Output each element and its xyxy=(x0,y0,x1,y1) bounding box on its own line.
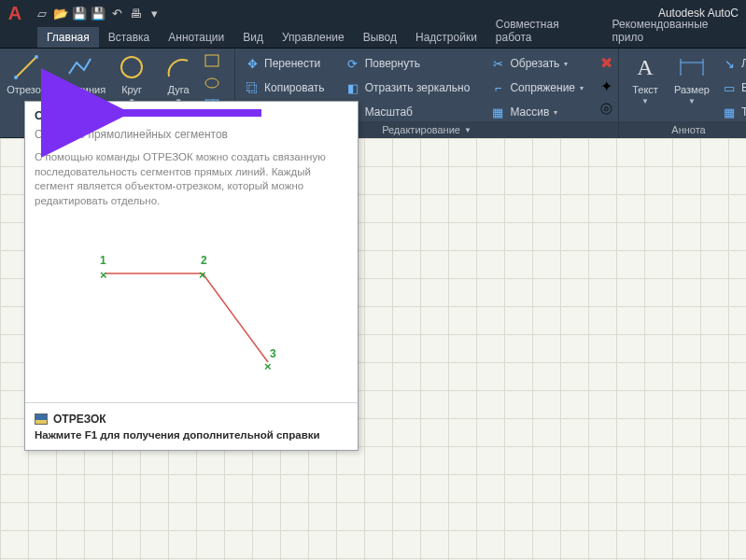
offset-icon[interactable]: ⦾ xyxy=(600,101,612,118)
erase-icon[interactable]: ✖ xyxy=(600,54,612,72)
svg-text:×: × xyxy=(264,359,272,373)
leader-icon: ↘ xyxy=(722,56,737,71)
panel-annotation: A Текст ▼ Размер ▼ ↘Ли ▭Вы ▦Таб Аннота xyxy=(619,49,746,137)
pt2-label: 2 xyxy=(201,254,207,267)
array-button[interactable]: ▦Массив ▾ xyxy=(486,103,587,121)
chevron-down-icon: ▼ xyxy=(688,97,696,105)
line-annot-button[interactable]: ↘Ли xyxy=(718,54,746,73)
tooltip-command: ОТРЕЗОК xyxy=(35,413,348,426)
trim-button[interactable]: ✂Обрезать ▾ xyxy=(486,54,587,73)
mirror-button[interactable]: ◧Отразить зеркально xyxy=(342,78,474,97)
svg-text:×: × xyxy=(199,268,206,282)
circle-label: Круг xyxy=(121,84,142,95)
svg-line-13 xyxy=(203,273,268,362)
copy-button[interactable]: ⿻Копировать xyxy=(241,78,329,97)
svg-point-3 xyxy=(121,57,142,77)
copy-label: Копировать xyxy=(264,81,325,94)
move-button[interactable]: ✥Перенести xyxy=(241,54,329,73)
array-label: Массив xyxy=(510,105,549,119)
tab-output[interactable]: Вывод xyxy=(354,27,406,48)
arc-button[interactable]: Дуга ▼ xyxy=(158,52,199,105)
plot-icon[interactable]: 🖶 xyxy=(127,5,144,21)
polyline-label: Полилиния xyxy=(52,84,106,95)
tooltip-line: Отрезок Создание прямолинейных сегментов… xyxy=(24,101,359,451)
circle-icon xyxy=(117,52,147,82)
pt3-label: 3 xyxy=(270,347,276,360)
tab-home[interactable]: Главная xyxy=(37,27,99,48)
dimension-label: Размер xyxy=(674,84,710,95)
circle-button[interactable]: Круг ▼ xyxy=(111,52,152,105)
scale-label: Масштаб xyxy=(365,105,413,119)
table-button[interactable]: ▦Таб xyxy=(718,103,746,121)
ellipse-icon[interactable] xyxy=(204,77,219,93)
tab-insert[interactable]: Вставка xyxy=(99,27,160,48)
undo-icon[interactable]: ↶ xyxy=(108,5,125,21)
rect-icon[interactable] xyxy=(204,54,219,71)
array-icon: ▦ xyxy=(490,105,505,119)
panel-annot-footer[interactable]: Аннота xyxy=(619,121,746,138)
chevron-down-icon: ▾ xyxy=(580,84,584,92)
tab-annotate[interactable]: Аннотации xyxy=(159,27,233,48)
text-icon: A xyxy=(630,52,660,82)
line-label: Отрезок xyxy=(7,84,45,95)
table-icon: ▦ xyxy=(722,105,737,119)
tooltip-diagram: 1 × 2 × 3 × xyxy=(35,217,348,395)
new-icon[interactable]: ▱ xyxy=(34,5,50,21)
svg-point-1 xyxy=(14,76,18,79)
panel-edit-label: Редактирование xyxy=(382,124,460,135)
command-icon xyxy=(35,413,48,425)
select-icon: ▭ xyxy=(722,80,737,95)
text-button[interactable]: A Текст ▼ xyxy=(625,52,666,105)
rotate-icon: ⟳ xyxy=(345,56,360,71)
svg-point-2 xyxy=(35,55,38,59)
trim-icon: ✂ xyxy=(490,56,505,71)
tab-view[interactable]: Вид xyxy=(233,27,273,48)
tooltip-help: Нажмите F1 для получения дополнительной … xyxy=(35,429,348,441)
chevron-down-icon: ▼ xyxy=(464,126,472,134)
svg-line-0 xyxy=(16,57,36,77)
rotate-button[interactable]: ⟳Повернуть xyxy=(342,54,474,73)
rotate-label: Повернуть xyxy=(365,57,420,70)
text-label: Текст xyxy=(632,84,658,95)
dimension-button[interactable]: Размер ▼ xyxy=(671,52,712,105)
line-icon xyxy=(11,52,41,82)
tooltip-subtitle: Создание прямолинейных сегментов xyxy=(25,124,358,148)
move-icon: ✥ xyxy=(245,56,260,71)
arc-icon xyxy=(163,52,193,82)
pt1-label: 1 xyxy=(100,254,106,267)
qat-dropdown-icon[interactable]: ▾ xyxy=(146,5,162,21)
dimension-icon xyxy=(677,52,707,82)
tab-addins[interactable]: Надстройки xyxy=(406,27,486,48)
tooltip-description: С помощью команды ОТРЕЗОК можно создать … xyxy=(25,148,358,217)
tab-collab[interactable]: Совместная работа xyxy=(486,14,603,48)
scale-button[interactable]: ⤡Масштаб xyxy=(342,103,474,121)
mirror-icon: ◧ xyxy=(345,80,360,95)
trim-label: Обрезать xyxy=(510,57,559,70)
fillet-label: Сопряжение xyxy=(510,81,575,94)
app-logo[interactable]: A xyxy=(4,2,26,24)
svg-text:×: × xyxy=(100,268,107,282)
quick-access-toolbar: ▱ 📂 💾 💾 ↶ 🖶 ▾ xyxy=(34,5,162,21)
svg-point-5 xyxy=(205,78,218,88)
tab-featured[interactable]: Рекомендованные прило xyxy=(603,14,746,48)
mirror-label: Отразить зеркально xyxy=(365,81,471,94)
select-annot-button[interactable]: ▭Вы xyxy=(718,78,746,97)
line-button[interactable]: Отрезок xyxy=(6,52,47,95)
saveas-icon[interactable]: 💾 xyxy=(90,5,106,21)
panel-annot-label: Аннота xyxy=(671,124,705,135)
fillet-button[interactable]: ⌐Сопряжение ▾ xyxy=(486,78,587,97)
explode-icon[interactable]: ✦ xyxy=(600,77,612,95)
polyline-button[interactable]: Полилиния xyxy=(52,52,106,95)
tooltip-cmd-label: ОТРЕЗОК xyxy=(53,413,106,426)
chevron-down-icon: ▼ xyxy=(641,97,649,105)
open-icon[interactable]: 📂 xyxy=(52,5,69,21)
move-label: Перенести xyxy=(264,57,320,70)
tab-manage[interactable]: Управление xyxy=(273,27,354,48)
copy-icon: ⿻ xyxy=(245,80,260,95)
fillet-icon: ⌐ xyxy=(490,80,505,95)
chevron-down-icon: ▾ xyxy=(554,108,557,117)
svg-rect-4 xyxy=(205,55,218,66)
save-icon[interactable]: 💾 xyxy=(71,5,88,21)
arc-label: Дуга xyxy=(168,84,190,95)
polyline-icon xyxy=(64,52,94,82)
